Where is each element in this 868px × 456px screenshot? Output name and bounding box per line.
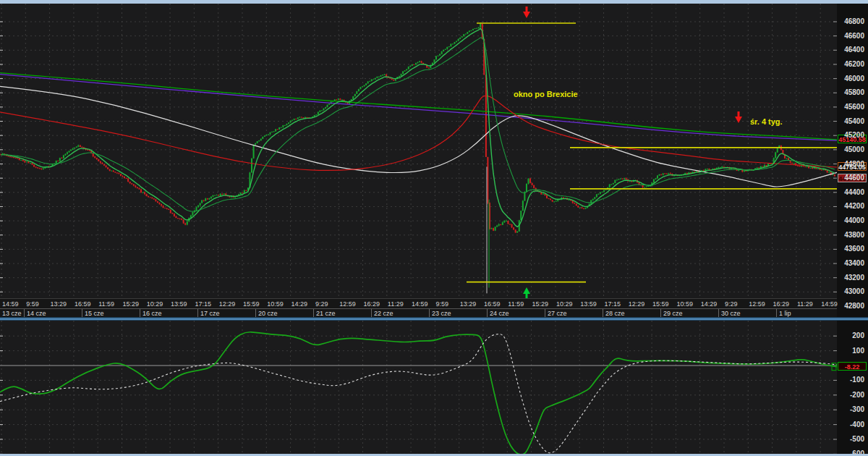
price-tick-label: 45400	[844, 117, 864, 125]
oscillator-value-label: -8.22	[838, 362, 867, 371]
oscillator-panel[interactable]	[0, 321, 837, 454]
price-axis[interactable]: 45140.58 44754.05 44590.52 4680046600464…	[837, 4, 868, 321]
price-tick-label: 45800	[844, 88, 864, 96]
time-tick-label: 10:29	[147, 300, 163, 308]
price-tick-label: 44200	[844, 202, 864, 210]
time-tick-label: 11:29	[797, 300, 813, 308]
time-tick-label: 14:59	[412, 300, 428, 308]
date-axis[interactable]: 13 cze14 cze15 cze16 cze17 cze20 cze21 c…	[0, 308, 837, 317]
oscillator-tick-label: -500	[850, 435, 864, 443]
time-tick-label: 16:59	[484, 300, 501, 308]
ema-medium[interactable]	[1, 38, 835, 211]
time-tick-label: 15:29	[123, 300, 140, 308]
time-tick-label: 14:59	[821, 300, 838, 308]
price-tick-label: 43000	[844, 287, 864, 295]
price-tick-label: 44800	[844, 160, 864, 168]
time-tick-label: 14:59	[2, 300, 19, 308]
main-price-chart[interactable]: okno po Brexicie śr. 4 tyg.	[0, 4, 837, 298]
buy-signal-arrow[interactable]	[523, 287, 530, 298]
time-tick-label: 9:59	[435, 300, 448, 308]
time-tick-label: 10:29	[556, 300, 573, 308]
price-tick-label: 42800	[844, 302, 864, 310]
price-tick-label: 45000	[844, 145, 864, 153]
price-tick-label: 46000	[844, 75, 864, 83]
time-tick-label: 13:29	[460, 300, 477, 308]
time-tick-label: 9:59	[26, 300, 39, 308]
time-tick-label: 13:59	[580, 300, 597, 308]
time-tick-label: 14:29	[292, 300, 308, 308]
ma-medium-white[interactable]	[0, 86, 837, 187]
time-tick-label: 16:59	[75, 300, 91, 308]
time-tick-label: 16:29	[364, 300, 380, 308]
oscillator-tick-label: 100	[852, 347, 864, 355]
time-tick-label: 10:59	[267, 300, 284, 308]
price-tick-label: 46600	[844, 32, 864, 40]
price-tick-label: 44000	[844, 216, 864, 224]
price-tick-label: 43400	[844, 259, 864, 267]
time-axis[interactable]: 14:599:5913:2916:5911:5915:2910:2913:591…	[0, 298, 837, 308]
price-tick-label: 46400	[844, 46, 864, 54]
price-tick-label: 44600	[844, 174, 864, 182]
price-tick-label: 45200	[844, 131, 864, 139]
oscillator-axis[interactable]: -8.22 200100-100-200-300-400-500-600	[837, 321, 868, 454]
oscillator-tick-label: -300	[850, 405, 864, 413]
time-tick-label: 16:29	[773, 300, 790, 308]
time-tick-label: 9:29	[315, 300, 328, 308]
time-tick-label: 17:15	[195, 300, 211, 308]
annotation-4week-average[interactable]: śr. 4 tyg.	[750, 117, 783, 126]
time-tick-label: 14:29	[701, 300, 718, 308]
time-tick-label: 12:59	[339, 300, 356, 308]
trading-terminal-window: { "window": { "top_strip_color": "#aec8e…	[0, 0, 868, 456]
ma-4-week-green[interactable]	[0, 73, 837, 140]
price-tick-label: 45600	[844, 103, 864, 111]
time-tick-label: 15:29	[532, 300, 549, 308]
price-tick-label: 43200	[844, 274, 864, 282]
time-tick-label: 15:59	[243, 300, 260, 308]
price-tick-label: 46800	[844, 17, 864, 25]
oscillator-tick-label: -100	[850, 376, 864, 384]
time-tick-label: 11:59	[98, 300, 114, 308]
time-tick-label: 12:29	[219, 300, 236, 308]
ma-slow-purple[interactable]	[0, 75, 837, 140]
price-tick-label: 46200	[844, 60, 864, 68]
price-tick-label: 44400	[844, 188, 864, 196]
oscillator-signal[interactable]	[0, 334, 837, 453]
time-tick-label: 15:59	[652, 300, 669, 308]
price-tick-label: 43800	[844, 231, 864, 239]
annotation-brexit-window[interactable]: okno po Brexicie	[514, 90, 578, 98]
oscillator-canvas[interactable]	[0, 321, 837, 454]
time-tick-label: 11:59	[508, 300, 524, 308]
oscillator-tick-label: 200	[852, 332, 864, 339]
time-tick-label: 17:15	[605, 300, 621, 308]
time-tick-label: 10:59	[676, 300, 693, 308]
price-tick-label: 43600	[844, 245, 864, 253]
candles	[0, 23, 835, 233]
time-tick-label: 11:29	[388, 300, 404, 308]
oscillator-tick-label: -400	[850, 421, 864, 428]
sell-signal-arrow[interactable]	[523, 7, 530, 18]
oscillator-main[interactable]	[0, 332, 837, 454]
time-tick-label: 12:59	[749, 300, 765, 308]
oscillator-tick-label: -200	[850, 391, 864, 399]
time-tick-label: 9:29	[725, 300, 738, 308]
avg-4week-arrow[interactable]	[735, 111, 742, 123]
main-gridlines	[0, 4, 837, 298]
time-tick-label: 13:59	[171, 300, 187, 308]
time-tick-label: 12:29	[629, 300, 645, 308]
time-tick-label: 13:29	[51, 300, 67, 308]
candlestick-chart-canvas[interactable]	[0, 4, 837, 298]
ema-fast[interactable]	[1, 28, 835, 227]
